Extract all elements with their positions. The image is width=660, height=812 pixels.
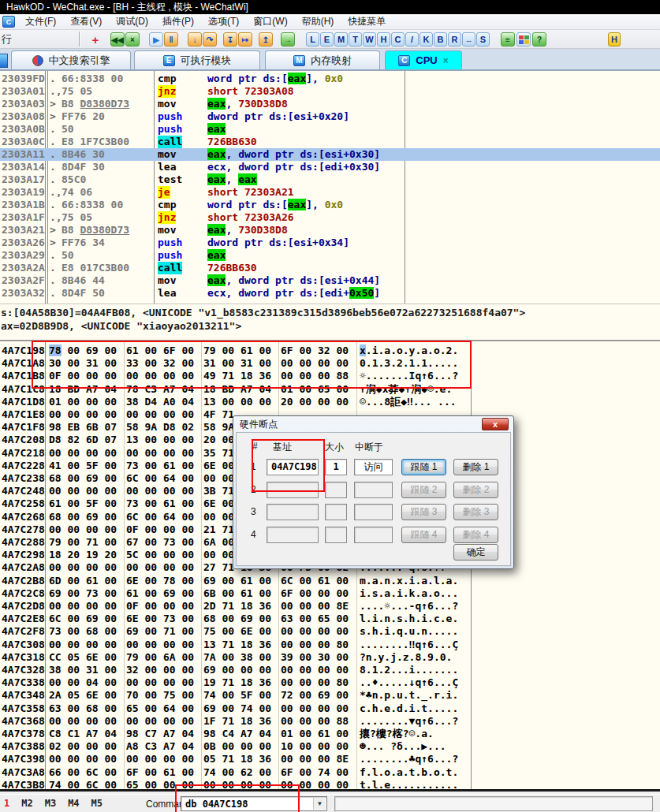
tab-0[interactable]: 中文搜索引擎 — [11, 50, 131, 69]
disasm-row[interactable]: 2303A01.,75 05jnzshort 72303A08 — [0, 85, 660, 98]
close-icon[interactable]: × — [443, 55, 449, 66]
delete-button-4[interactable]: 删除 4 — [453, 527, 498, 543]
letter-button-w[interactable]: W — [363, 32, 376, 47]
hex-row[interactable]: 4A7C3A866 00 6C 006F 00 61 0074 00 62 00… — [0, 766, 660, 779]
menu-item-3[interactable]: 插件(P) — [155, 15, 201, 28]
hex-row[interactable]: 4A7C39800 00 00 0000 00 00 0005 71 18 36… — [0, 753, 660, 765]
disasm-row[interactable]: 2303A32.8D4F 50leaecx, dword ptr ds:[edi… — [0, 287, 660, 300]
follow-button-2[interactable]: 跟随 2 — [401, 482, 446, 498]
command-input[interactable]: db 04A7C198 — [185, 798, 248, 810]
letter-button-h[interactable]: H — [377, 32, 390, 47]
hex-row[interactable]: 4A7C32838 00 31 0032 00 00 0069 00 00 00… — [0, 664, 660, 676]
disasm-row[interactable]: 2303A11.8B46 30moveax, dword ptr ds:[esi… — [0, 148, 660, 161]
breakpoint-base-field[interactable] — [267, 504, 319, 520]
disasm-row[interactable]: 2303A03>B8 D8380D73moveax, 730D38D8 — [0, 98, 660, 110]
menu-item-1[interactable]: 查看(V) — [63, 15, 109, 28]
breakpoint-base-field[interactable] — [267, 482, 319, 498]
disasm-row[interactable]: 23039FD.66:8338 00cmpword ptr ds:[eax], … — [0, 73, 660, 85]
hex-row[interactable]: 4A7C1C818 BD A7 0478 C3 A7 0418 BD A7 04… — [0, 383, 660, 396]
hex-row[interactable]: 4A7C1D801 00 00 0038 D4 A0 0413 00 00 00… — [0, 396, 660, 408]
disasm-row[interactable]: 2303A17.85C0testeax, eax — [0, 173, 660, 186]
memory-tab-1[interactable]: 1 — [4, 798, 9, 809]
hex-row[interactable]: 4A7C3482A 05 6E 0070 00 75 0074 00 5F 00… — [0, 689, 660, 702]
breakpoint-break-on-field[interactable] — [354, 482, 393, 498]
follow-button-3[interactable]: 跟随 3 — [401, 504, 446, 520]
run-icon[interactable]: ▶ — [149, 32, 163, 47]
hex-row[interactable]: 4A7C2E86C 00 69 006E 00 73 0068 00 69 00… — [0, 613, 660, 625]
breakpoint-break-on-field[interactable] — [354, 504, 393, 520]
pause-icon[interactable]: ‖ — [164, 32, 178, 47]
disasm-row[interactable]: 2303A19.,74 06jeshort 72303A21 — [0, 186, 660, 199]
menu-item-7[interactable]: 快捷菜单 — [341, 15, 393, 28]
letter-button-b[interactable]: B — [434, 32, 447, 47]
trace-into-icon[interactable]: ↧ — [223, 32, 237, 47]
chevron-down-icon[interactable]: ▼ — [313, 798, 326, 810]
hex-row[interactable]: 4A7C3B874 00 6C 0065 00 00 0000 00 00 00… — [0, 779, 660, 792]
disassembly-pane[interactable]: 23039FD.66:8338 00cmpword ptr ds:[eax], … — [0, 71, 660, 304]
restart-icon[interactable]: ◀◀ — [110, 32, 125, 47]
windows-grid-icon[interactable] — [516, 32, 531, 47]
hex-row[interactable]: 4A7C19878 00 69 0061 00 6F 0079 00 61 00… — [0, 345, 660, 357]
breakpoint-size-field[interactable]: 1 — [325, 459, 347, 475]
hex-row[interactable]: 4A7C2B86D 00 61 006E 00 78 0069 00 61 00… — [0, 575, 660, 587]
menu-item-4[interactable]: 选项(T) — [201, 15, 246, 28]
disasm-row[interactable]: 2303A0C.E8 1F7C3B00call726BB630 — [0, 136, 660, 148]
menu-item-2[interactable]: 调试(D) — [109, 15, 155, 28]
memory-tab-m3[interactable]: M3 — [45, 798, 56, 809]
disasm-row[interactable]: 2303A1F.,75 05jnzshort 72303A26 — [0, 211, 660, 224]
menu-item-0[interactable]: 文件(F) — [18, 15, 63, 28]
letter-button-dots[interactable]: ... — [462, 32, 475, 47]
hex-row[interactable]: 4A7C36800 00 00 0000 00 00 001F 71 18 36… — [0, 715, 660, 728]
execute-till-return-icon[interactable]: ↥ — [259, 32, 273, 47]
disasm-row[interactable]: 2303A14.8D4F 30leaecx, dword ptr ds:[edi… — [0, 161, 660, 173]
disasm-row[interactable]: 2303A2A.E8 017C3B00call726BB630 — [0, 262, 660, 274]
step-into-icon[interactable]: ↓ — [188, 32, 202, 47]
breakpoint-base-field[interactable]: 04A7C198 — [267, 459, 319, 475]
letter-button-c[interactable]: C — [391, 32, 405, 47]
go-to-icon[interactable]: → — [281, 32, 295, 47]
disasm-row[interactable]: 2303A29.50pusheax — [0, 249, 660, 262]
hex-row[interactable]: 4A7C35863 00 68 0065 00 64 0069 00 74 00… — [0, 702, 660, 715]
ok-button[interactable]: 确定 — [453, 544, 498, 561]
tab-2[interactable]: M内存映射 — [265, 50, 380, 69]
breakpoint-break-on-field[interactable] — [354, 527, 393, 543]
letter-button-l[interactable]: L — [306, 32, 319, 47]
disasm-row[interactable]: 2303A26>FF76 34pushdword ptr ds:[esi+0x3… — [0, 237, 660, 249]
dialog-close-icon[interactable]: x — [482, 418, 509, 430]
step-over-icon[interactable]: ↷ — [203, 32, 217, 47]
log-list-icon[interactable]: ≡ — [501, 32, 515, 47]
letter-button-/[interactable]: / — [405, 32, 419, 47]
disasm-row[interactable]: 2303A08>FF76 20pushdword ptr ds:[esi+0x2… — [0, 110, 660, 123]
hex-row[interactable]: 4A7C38802 00 00 00A8 C3 A7 040B 00 00 00… — [0, 740, 660, 753]
command-secondary-field[interactable] — [334, 796, 653, 811]
disasm-row[interactable]: 2303A21>B8 D8380D73moveax, 730D38D8 — [0, 224, 660, 237]
memory-tab-m4[interactable]: M4 — [68, 798, 79, 809]
hex-row[interactable]: 4A7C378C8 C1 A7 0498 C7 A7 0498 C4 A7 04… — [0, 728, 660, 740]
delete-button-3[interactable]: 删除 3 — [453, 504, 498, 520]
command-combobox[interactable]: db 04A7C198 ▼ — [181, 796, 327, 811]
breakpoint-base-field[interactable] — [267, 527, 319, 543]
letter-button-e[interactable]: E — [320, 32, 334, 47]
disasm-row[interactable]: 2303A0B.50pusheax — [0, 123, 660, 136]
trace-over-icon[interactable]: ↦ — [238, 32, 252, 47]
follow-button-1[interactable]: 跟随 1 — [401, 459, 446, 475]
close-process-icon[interactable]: × — [125, 32, 140, 47]
menu-item-6[interactable]: 帮助(H) — [295, 15, 341, 28]
letter-button-t[interactable]: T — [349, 32, 362, 47]
letter-button-r[interactable]: R — [448, 32, 461, 47]
hex-row[interactable]: 4A7C2F873 00 68 0069 00 71 0075 00 6E 00… — [0, 625, 660, 638]
disasm-row[interactable]: 2303A1B.66:8338 00cmpword ptr ds:[eax], … — [0, 199, 660, 211]
crosshair-icon[interactable]: + — [88, 32, 103, 47]
tab-cpu[interactable]: CCPU× — [385, 50, 462, 69]
hex-row[interactable]: 4A7C2D800 00 00 000F 00 00 002D 71 18 36… — [0, 600, 660, 613]
hex-row[interactable]: 4A7C30800 00 00 0000 00 00 0013 71 18 36… — [0, 639, 660, 651]
help-icon[interactable]: ? — [532, 32, 546, 47]
hex-row[interactable]: 4A7C2C869 00 73 0061 00 69 006B 00 61 00… — [0, 587, 660, 600]
breakpoint-size-field[interactable] — [325, 504, 347, 520]
letter-button-k[interactable]: K — [419, 32, 433, 47]
memory-tab-m5[interactable]: M5 — [91, 798, 103, 809]
h-button[interactable]: H — [608, 32, 621, 47]
hex-row[interactable]: 4A7C1B80F 00 00 0000 00 00 0049 71 18 36… — [0, 370, 660, 382]
memory-tab-m2[interactable]: M2 — [21, 798, 32, 809]
letter-button-s[interactable]: S — [476, 32, 490, 47]
